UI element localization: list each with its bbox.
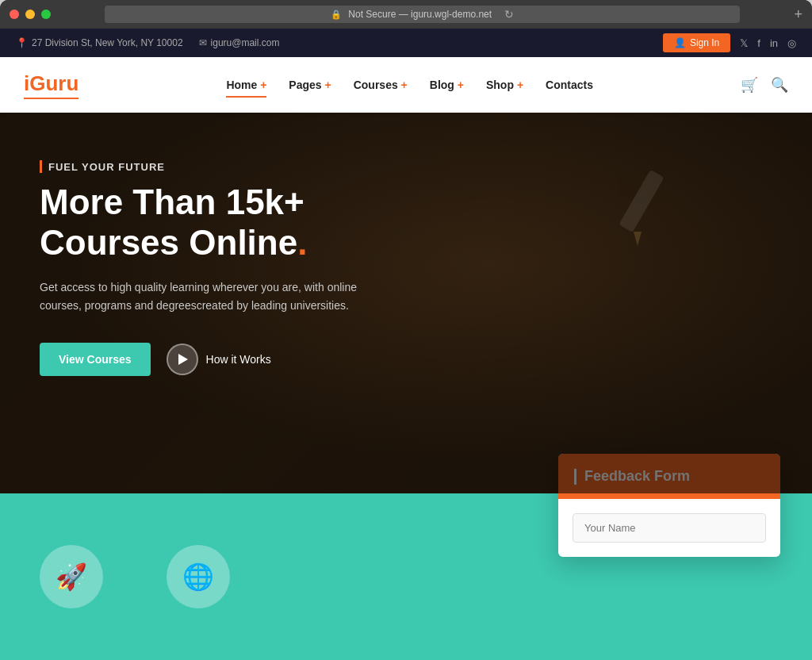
logo-guru: Guru (29, 71, 79, 95)
hero-description: Get access to high quality learning wher… (40, 278, 373, 314)
feature-item-rocket: 🚀 (40, 545, 103, 608)
email-icon: ✉ (199, 37, 207, 48)
svg-marker-1 (634, 232, 642, 246)
linkedin-icon[interactable]: in (770, 37, 778, 49)
hero-content: FUEL YOUR FUTURE More Than 15k+ Courses … (0, 113, 436, 424)
feature-item-globe: 🌐 (167, 545, 230, 608)
logo-underline (24, 98, 79, 99)
topbar-left: 📍 27 Division St, New York, NY 10002 ✉ i… (16, 37, 279, 48)
nav-contacts[interactable]: Contacts (546, 79, 593, 91)
feedback-form-body (558, 499, 780, 557)
nav-courses[interactable]: Courses + (354, 79, 408, 91)
pages-plus: + (325, 79, 331, 91)
address-bar[interactable]: 🔒 Not Secure — iguru.wgl-demo.net ↻ (105, 6, 740, 23)
refresh-icon[interactable]: ↻ (504, 8, 514, 21)
location-icon: 📍 (16, 37, 28, 48)
features-area: 🚀 🌐 (40, 545, 230, 608)
rocket-icon: 🚀 (56, 562, 87, 592)
sign-in-button[interactable]: 👤 Sign In (663, 33, 730, 52)
topbar-address: 📍 27 Division St, New York, NY 10002 (16, 37, 183, 48)
svg-rect-0 (619, 170, 664, 232)
topbar-email: ✉ iguru@mail.com (199, 37, 280, 48)
facebook-icon[interactable]: f (757, 37, 760, 49)
topbar: 📍 27 Division St, New York, NY 10002 ✉ i… (0, 29, 812, 57)
main-nav: Home + Pages + Courses + Blog + Shop + C… (226, 79, 593, 91)
cart-icon[interactable]: 🛒 (741, 76, 758, 94)
play-triangle-icon (178, 354, 188, 365)
user-icon: 👤 (674, 37, 686, 48)
header-icons: 🛒 🔍 (741, 76, 788, 94)
globe-icon: 🌐 (182, 562, 214, 592)
hero-title-dot: . (297, 223, 307, 262)
browser-titlebar: 🔒 Not Secure — iguru.wgl-demo.net ↻ + (0, 0, 812, 29)
topbar-right: 👤 Sign In 𝕏 f in ◎ (663, 33, 796, 52)
browser-window: 🔒 Not Secure — iguru.wgl-demo.net ↻ + 📍 … (0, 0, 812, 660)
maximize-button[interactable] (41, 10, 51, 19)
hero-title-line2: Courses Online (40, 223, 297, 262)
eyebrow-bar (40, 160, 42, 173)
nav-home[interactable]: Home + (226, 79, 266, 91)
new-tab-button[interactable]: + (794, 6, 802, 23)
how-it-works-label: How it Works (206, 353, 271, 366)
nav-pages[interactable]: Pages + (289, 79, 331, 91)
website-content: 📍 27 Division St, New York, NY 10002 ✉ i… (0, 29, 812, 660)
nav-blog[interactable]: Blog + (430, 79, 464, 91)
courses-plus: + (401, 79, 408, 91)
name-input[interactable] (573, 513, 766, 543)
bottom-section: 🚀 🌐 Feedback Form (0, 493, 812, 660)
header: iGuru Home + Pages + Courses + Blog + Sh… (0, 57, 812, 113)
eyebrow-text: FUEL YOUR FUTURE (48, 161, 165, 173)
nav-shop[interactable]: Shop + (486, 79, 523, 91)
hero-actions: View Courses How it Works (40, 343, 396, 376)
home-plus: + (260, 79, 266, 91)
blog-plus: + (458, 79, 464, 91)
instagram-icon[interactable]: ◎ (787, 37, 796, 49)
view-courses-button[interactable]: View Courses (40, 343, 151, 376)
security-icon: 🔒 (331, 10, 342, 20)
play-circle (167, 343, 198, 375)
minimize-button[interactable] (25, 10, 35, 19)
globe-icon-circle: 🌐 (167, 545, 230, 608)
play-button[interactable]: How it Works (167, 343, 271, 375)
search-icon[interactable]: 🔍 (771, 76, 788, 94)
hero-section: FUEL YOUR FUTURE More Than 15k+ Courses … (0, 113, 812, 493)
close-button[interactable] (10, 10, 19, 19)
rocket-icon-circle: 🚀 (40, 545, 103, 608)
pencil-decoration (606, 160, 669, 259)
url-text: Not Secure — iguru.wgl-demo.net (348, 9, 492, 20)
twitter-icon[interactable]: 𝕏 (740, 37, 748, 49)
hero-eyebrow: FUEL YOUR FUTURE (40, 160, 396, 173)
hero-title-line1: More Than 15k+ (40, 182, 304, 221)
hero-title: More Than 15k+ Courses Online. (40, 182, 396, 263)
shop-plus: + (517, 79, 523, 91)
logo[interactable]: iGuru (24, 71, 79, 99)
